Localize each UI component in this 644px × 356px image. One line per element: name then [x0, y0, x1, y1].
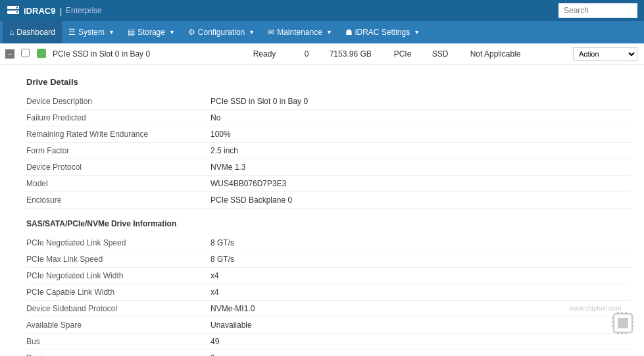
detail-value: PCIe SSD Backplane 0 — [211, 195, 292, 205]
system-icon: ☰ — [68, 28, 76, 37]
sas-detail-label: Available Spare — [26, 320, 211, 330]
sas-detail-row: Available Spare Unavailable — [26, 317, 631, 334]
minus-icon[interactable]: − — [5, 49, 14, 59]
drive-number: 0 — [305, 49, 324, 59]
drive-applicable: Not Applicable — [470, 49, 568, 59]
action-select[interactable]: Action Blink Unblink Cryptographic Erase… — [573, 47, 637, 61]
status-green-icon — [37, 49, 46, 58]
detail-row: Remaining Rated Write Endurance 100% — [26, 126, 631, 143]
detail-label: Device Description — [26, 97, 211, 106]
brand-name: iDRAC9 — [24, 6, 55, 16]
sas-detail-label: Device Sideband Protocol — [26, 304, 211, 313]
drive-action[interactable]: Action Blink Unblink Cryptographic Erase… — [573, 47, 639, 61]
nav-item-dashboard[interactable]: ⌂ Dashboard — [3, 21, 62, 43]
detail-row: Form Factor 2.5 inch — [26, 143, 631, 159]
status-indicator — [37, 49, 47, 60]
detail-row: Model WUS4BB076D7P3E3 — [26, 176, 631, 192]
detail-value: 100% — [211, 130, 231, 139]
nav-label-maintenance: Maintenance — [277, 28, 322, 37]
idrac-settings-dropdown-icon: ▼ — [414, 29, 420, 36]
drive-state: Ready — [253, 49, 299, 59]
idrac-settings-icon: ☗ — [345, 28, 353, 37]
sas-detail-row: Device Sideband Protocol NVMe-MI1.0 — [26, 301, 631, 317]
detail-label: Device Protocol — [26, 163, 211, 172]
sas-detail-row: PCIe Negotiated Link Width x4 — [26, 268, 631, 284]
detail-row: Enclosure PCIe SSD Backplane 0 — [26, 192, 631, 209]
sas-detail-value: NVMe-MI1.0 — [211, 304, 255, 313]
storage-dropdown-icon: ▼ — [169, 29, 175, 36]
detail-row: Device Description PCIe SSD in Slot 0 in… — [26, 93, 631, 110]
sas-detail-value: 8 GT/s — [211, 238, 234, 247]
detail-value: 2.5 inch — [211, 146, 238, 155]
detail-row: Failure Predicted No — [26, 110, 631, 126]
expand-button[interactable]: − — [5, 49, 16, 59]
sas-detail-row: PCIe Max Link Speed 8 GT/s — [26, 251, 631, 268]
detail-value: WUS4BB076D7P3E3 — [211, 179, 286, 188]
sas-detail-label: Device — [26, 353, 211, 356]
brand-divider: | — [59, 6, 62, 16]
brand-section: iDRAC9 | Enterprise — [7, 5, 102, 16]
sas-detail-label: PCIe Max Link Speed — [26, 255, 211, 264]
configuration-dropdown-icon: ▼ — [249, 29, 255, 36]
system-dropdown-icon: ▼ — [109, 29, 114, 36]
svg-point-3 — [16, 11, 18, 13]
sas-detail-label: Bus — [26, 337, 211, 346]
nav-item-storage[interactable]: ▤ Storage ▼ — [121, 21, 182, 43]
drive-name: PCIe SSD in Slot 0 in Bay 0 — [53, 49, 248, 59]
nav-item-configuration[interactable]: ⚙ Configuration ▼ — [182, 21, 261, 43]
sas-detail-label: PCIe Negotiated Link Width — [26, 271, 211, 280]
drive-size: 7153.96 GB — [330, 49, 389, 59]
detail-label: Model — [26, 179, 211, 188]
detail-row: Device Protocol NVMe 1.3 — [26, 159, 631, 176]
drive-table-row: − PCIe SSD in Slot 0 in Bay 0 Ready 0 71… — [0, 43, 644, 65]
sas-detail-row: PCIe Capable Link Width x4 — [26, 284, 631, 301]
drive-bus: PCIe — [394, 49, 427, 59]
row-checkbox[interactable] — [21, 49, 32, 59]
sas-detail-row: Bus 49 — [26, 334, 631, 350]
detail-label: Enclosure — [26, 195, 211, 205]
maintenance-dropdown-icon: ▼ — [326, 29, 332, 36]
detail-label: Form Factor — [26, 146, 211, 155]
server-icon — [7, 5, 20, 16]
brand-edition: Enterprise — [66, 6, 102, 15]
nav-label-dashboard: Dashboard — [16, 28, 55, 37]
detail-label: Remaining Rated Write Endurance — [26, 130, 211, 139]
configuration-icon: ⚙ — [188, 28, 195, 37]
detail-value: NVMe 1.3 — [211, 163, 245, 172]
sas-detail-value: 0 — [211, 353, 215, 356]
sas-detail-row: Device 0 — [26, 350, 631, 356]
nav-label-system: System — [78, 28, 105, 37]
nav-label-storage: Storage — [137, 28, 165, 37]
nav-item-idrac-settings[interactable]: ☗ iDRAC Settings ▼ — [339, 21, 426, 43]
nav-label-configuration: Configuration — [198, 28, 245, 37]
search-input[interactable] — [558, 3, 637, 18]
sas-section-title: SAS/SATA/PCIe/NVMe Drive Information — [26, 219, 631, 228]
nav-item-system[interactable]: ☰ System ▼ — [62, 21, 121, 43]
svg-point-2 — [16, 7, 18, 8]
sas-detail-value: x4 — [211, 288, 219, 297]
maintenance-icon: ✉ — [268, 28, 274, 37]
drive-details-title: Drive Details — [26, 73, 631, 87]
storage-icon: ▤ — [128, 28, 135, 37]
navigation-bar: ⌂ Dashboard ☰ System ▼ ▤ Storage ▼ ⚙ Con… — [0, 21, 644, 43]
sas-detail-value: 49 — [211, 337, 219, 346]
drive-media: SSD — [432, 49, 465, 59]
detail-label: Failure Predicted — [26, 113, 211, 122]
detail-value: No — [211, 113, 220, 122]
drive-details-section: Drive Details Device Description PCIe SS… — [0, 65, 644, 356]
app-header: iDRAC9 | Enterprise — [0, 0, 644, 21]
sas-detail-value: x4 — [211, 271, 219, 280]
sas-detail-row: PCIe Negotiated Link Speed 8 GT/s — [26, 235, 631, 251]
sas-detail-value: Unavailable — [211, 320, 252, 330]
dashboard-icon: ⌂ — [9, 28, 14, 37]
detail-value: PCIe SSD in Slot 0 in Bay 0 — [211, 97, 308, 106]
sas-detail-value: 8 GT/s — [211, 255, 234, 264]
nav-label-idrac-settings: iDRAC Settings — [355, 28, 410, 37]
sas-detail-label: PCIe Capable Link Width — [26, 288, 211, 297]
sas-detail-label: PCIe Negotiated Link Speed — [26, 238, 211, 247]
nav-item-maintenance[interactable]: ✉ Maintenance ▼ — [261, 21, 339, 43]
select-checkbox[interactable] — [21, 49, 30, 57]
